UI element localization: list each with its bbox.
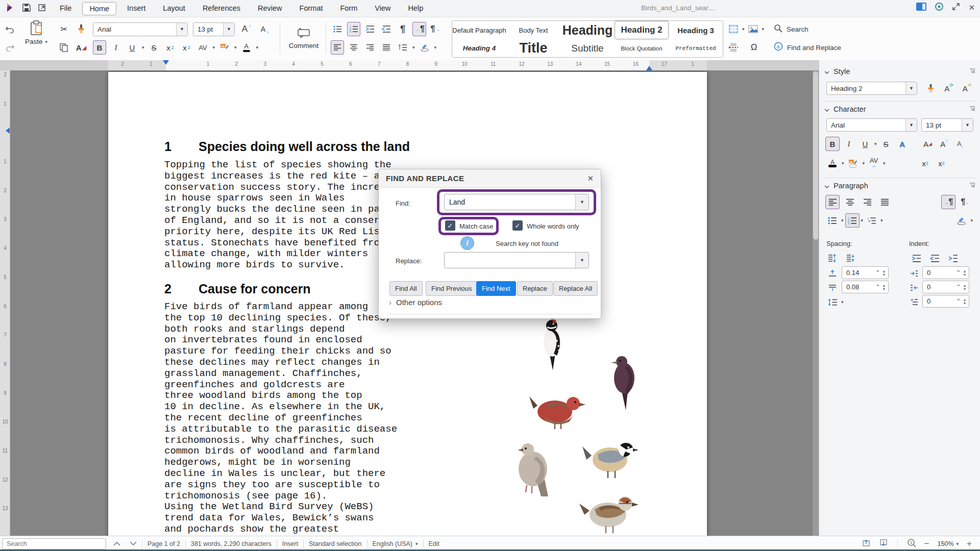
align-center-button[interactable] [843,195,857,209]
special-character-button[interactable]: Ω [747,40,761,55]
paragraph-background-button[interactable] [954,213,968,228]
increase-font-size-button[interactable]: A↑ [937,137,951,151]
decrease-indent-button[interactable] [380,22,393,36]
character-spacing-button[interactable]: AV↔ [867,156,881,170]
highlight-color-button[interactable]: ab [218,40,231,55]
clone-formatting-button[interactable] [923,81,938,95]
paragraph-background-button[interactable] [418,40,431,55]
align-left-button[interactable] [331,40,344,55]
hanging-indent-button[interactable] [946,251,960,265]
style-heading-2[interactable]: Heading 2 [615,21,669,39]
other-options-expander[interactable]: › Other options [389,298,442,307]
copy-button[interactable] [57,40,70,55]
chevron-down-icon[interactable]: ▾ [412,45,415,50]
italic-button[interactable]: I [842,137,856,151]
increase-font-size-button[interactable]: A↑ [240,22,253,36]
replace-all-button[interactable]: Replace All [553,281,598,296]
chevron-down-icon[interactable]: ▼ [223,23,234,36]
font-size-combobox[interactable]: 13 pt▼ [193,22,235,36]
chevron-down-icon[interactable]: ▾ [415,541,418,546]
decrease-font-size-button[interactable]: A↓ [258,22,272,36]
find-input[interactable] [445,194,575,210]
stepper-arrows[interactable]: ▲▼ [961,298,969,305]
spacing-below-input[interactable]: 0.08" ▲▼ [842,281,889,293]
chevron-down-icon[interactable]: ▾ [874,141,877,146]
vertical-ruler[interactable]: 2112345678910111213 [0,70,10,536]
align-right-button[interactable] [860,195,874,209]
chevron-down-icon[interactable]: ▾ [742,27,745,32]
subscript-button[interactable]: x2 [164,40,177,55]
chevron-down-icon[interactable]: ▾ [883,161,886,166]
match-case-checkbox[interactable]: ✓ [445,220,455,231]
replace-combobox[interactable]: ▼ [444,252,589,268]
sidebar-paragraph-header[interactable]: Paragraph [824,181,975,191]
chevron-down-icon[interactable]: ▾ [842,161,844,166]
page-break-button[interactable] [727,40,740,55]
insert-mode-status[interactable]: Insert [282,540,298,547]
dialog-launcher-icon[interactable] [969,105,975,113]
indent-after-input[interactable]: 0" ▲▼ [922,281,969,293]
style-heading[interactable]: Heading [560,21,615,39]
menu-form[interactable]: Form [334,2,364,15]
align-right-button[interactable] [363,40,377,55]
font-color-button[interactable]: A [240,40,253,55]
top-indent-marker[interactable] [6,128,10,134]
page-number-status[interactable]: Page 1 of 2 [148,540,180,547]
ltr-paragraph-button[interactable]: →¶ [412,22,426,36]
style-subtitle[interactable]: Subtitle [560,39,615,57]
zoom-out-button[interactable]: − [924,539,929,549]
find-all-button[interactable]: Find All [389,281,423,296]
single-page-view-icon[interactable] [862,539,871,548]
cut-button[interactable]: ✂ [57,22,70,36]
status-search-input[interactable] [2,538,106,549]
new-style-button[interactable]: A✳ [960,81,974,95]
rtl-paragraph-button[interactable]: ¶← [959,195,973,209]
save-icon[interactable] [22,4,31,13]
dialog-launcher-icon[interactable] [969,67,975,76]
sidebar-font-name-combobox[interactable]: Arial▼ [826,118,917,132]
style-body-text[interactable]: Body Text [506,21,560,39]
chevron-down-icon[interactable]: ▾ [861,218,864,223]
multi-page-view-icon[interactable] [879,539,888,548]
paste-button[interactable]: Paste▾ [19,20,53,57]
find-replace-label[interactable]: Find and Replace [787,44,841,52]
numbered-list-button[interactable]: 123 [347,22,360,36]
shadow-button[interactable]: A [895,137,910,151]
outline-list-button[interactable]: 1 [865,213,879,228]
chevron-down-icon[interactable] [824,182,829,190]
document-heading-2[interactable]: 2 Cause for concern [164,282,311,296]
word-count-status[interactable]: 381 words, 2,290 characters [191,540,272,547]
dialog-titlebar[interactable]: FIND AND REPLACE ✕ [379,169,601,188]
insert-table-button[interactable] [727,22,740,36]
strikethrough-button[interactable]: S [879,137,893,151]
increase-indent-button[interactable] [909,251,923,265]
increase-indent-button[interactable] [363,22,377,36]
menu-references[interactable]: References [196,2,247,15]
undo-button[interactable] [3,22,16,36]
increase-paragraph-spacing-button[interactable] [825,251,840,265]
stepper-arrows[interactable]: ▲▼ [961,284,969,291]
document-paragraph-2[interactable]: Five birds of farmland appear among the … [164,302,450,535]
chevron-down-icon[interactable]: ▼ [905,82,917,94]
selection-mode-status[interactable]: Standard selection [309,540,362,547]
chevron-down-icon[interactable]: ▾ [880,218,883,223]
ltr-paragraph-button[interactable]: →¶ [941,195,955,209]
spacing-above-input[interactable]: 0.14" ▲▼ [842,266,889,279]
underline-button[interactable]: U [126,40,139,55]
first-line-indent-marker[interactable] [163,60,169,65]
whole-words-checkbox[interactable]: ✓ [512,220,523,231]
chevron-down-icon[interactable]: ▼ [905,119,917,131]
stepper-arrows[interactable]: ▲▼ [880,269,888,277]
zoom-level[interactable]: 150%▾ [938,540,959,547]
chevron-down-icon[interactable]: ▾ [841,299,844,305]
line-spacing-button[interactable] [396,40,409,55]
find-replace-icon[interactable]: a [774,42,783,53]
clear-formatting-button[interactable]: A◢ [75,40,88,55]
menu-file[interactable]: File [53,2,78,15]
comment-button[interactable]: Comment [285,22,323,54]
chevron-down-icon[interactable]: ▾ [213,45,215,50]
horizontal-ruler[interactable]: 2112345678910111213141516171 [0,60,819,70]
chevron-down-icon[interactable]: ▾ [863,161,865,166]
close-window-icon[interactable]: ✕ [968,3,975,12]
chevron-down-icon[interactable] [824,105,829,113]
